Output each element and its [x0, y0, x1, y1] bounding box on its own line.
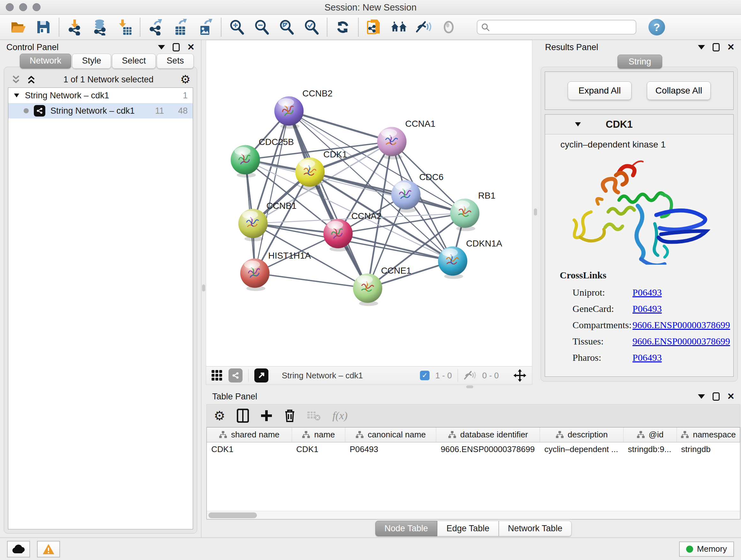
panel-menu-icon[interactable] — [158, 45, 165, 50]
close-window-button[interactable] — [6, 3, 14, 11]
node-CCNE1[interactable]: CCNE1 — [353, 266, 411, 306]
tree-expand-icon[interactable] — [13, 93, 20, 98]
collapse-all-icon[interactable] — [10, 74, 21, 85]
cloud-button[interactable] — [7, 541, 30, 557]
table-cell[interactable]: P06493 — [345, 442, 436, 456]
crosslink-link[interactable]: P06493 — [632, 352, 662, 363]
column-header-@id[interactable]: @id — [623, 428, 677, 442]
export-image-icon[interactable] — [197, 19, 214, 36]
hidden-items-icon[interactable] — [464, 370, 476, 381]
node-CDKN1A[interactable]: CDKN1A — [438, 239, 502, 279]
eye-icon[interactable] — [441, 19, 457, 36]
birdseye-grid-icon[interactable] — [211, 370, 223, 381]
fit-selection-icon[interactable] — [513, 368, 527, 382]
save-session-icon[interactable] — [35, 19, 52, 36]
zoom-out-icon[interactable] — [253, 19, 270, 36]
float-panel-icon[interactable] — [173, 43, 180, 51]
function-builder-icon[interactable]: f(x) — [333, 410, 347, 422]
splitter-handle[interactable] — [202, 285, 205, 292]
table-row[interactable]: CDK1CDK1P064939606.ENSP00000378699cyclin… — [207, 442, 740, 456]
zoom-selected-icon[interactable] — [303, 19, 320, 36]
delete-column-icon[interactable] — [284, 409, 295, 423]
warnings-button[interactable] — [37, 541, 60, 557]
network-collection-row[interactable]: String Network – cdk1 1 — [8, 88, 193, 103]
hide-glasses-icon[interactable] — [415, 19, 432, 36]
search-input[interactable] — [493, 22, 632, 32]
import-network-from-database-icon[interactable] — [91, 19, 108, 36]
crosslink-link[interactable]: P06493 — [632, 287, 662, 298]
collapse-all-button[interactable]: Collapse All — [647, 81, 711, 100]
table-cell[interactable]: CDK1 — [207, 442, 292, 456]
edge-CCNB2-CCNA1[interactable] — [289, 111, 392, 142]
node-CCNB2[interactable]: CCNB2 — [274, 88, 333, 129]
tab-network-table[interactable]: Network Table — [499, 521, 572, 537]
import-network-icon[interactable] — [66, 19, 83, 36]
zoom-fit-icon[interactable] — [278, 19, 295, 36]
expand-all-icon[interactable] — [26, 74, 37, 85]
selected-nodes-checkbox[interactable]: ✓ — [420, 371, 429, 380]
export-network-icon[interactable] — [147, 19, 164, 36]
panel-menu-icon[interactable] — [698, 394, 705, 399]
network-canvas[interactable]: CCNB2CCNA1CDC25BCDK1CDC6RB1CCNB1CCNA2CDK… — [206, 40, 532, 366]
network-row[interactable]: String Network – cdk1 11 48 — [8, 103, 193, 118]
tab-select[interactable]: Select — [112, 54, 156, 69]
home-networks-icon[interactable] — [391, 19, 407, 36]
network-badge-icon[interactable] — [228, 368, 243, 382]
node-RB1[interactable]: RB1 — [450, 191, 495, 231]
open-session-icon[interactable] — [10, 19, 27, 36]
expand-all-button[interactable]: Expand All — [568, 81, 631, 100]
search-field[interactable] — [477, 20, 636, 35]
tab-string[interactable]: String — [617, 55, 663, 69]
table-cell[interactable]: 9606.ENSP00000378699 — [436, 442, 540, 456]
table-cell[interactable]: stringdb — [677, 442, 740, 456]
gear-icon[interactable]: ⚙ — [180, 73, 191, 86]
zoom-in-icon[interactable] — [228, 19, 245, 36]
open-in-window-icon[interactable] — [254, 368, 268, 382]
zoom-window-button[interactable] — [32, 3, 41, 11]
import-table-icon[interactable] — [116, 19, 133, 36]
tab-node-table[interactable]: Node Table — [375, 521, 437, 537]
collapse-section-icon[interactable] — [575, 122, 582, 127]
crosslink-link[interactable]: 9606.ENSP00000378699 — [632, 336, 730, 347]
table-cell[interactable]: cyclin–dependent ... — [540, 442, 623, 456]
close-panel-icon[interactable]: ✕ — [727, 43, 735, 52]
copy-style-icon[interactable] — [366, 19, 382, 36]
column-header-description[interactable]: description — [540, 428, 623, 442]
column-header-shared-name[interactable]: shared name — [207, 428, 292, 442]
close-panel-icon[interactable]: ✕ — [187, 43, 195, 52]
table-cell[interactable]: CDK1 — [292, 442, 345, 456]
panel-menu-icon[interactable] — [698, 45, 705, 50]
splitter-handle[interactable] — [466, 385, 473, 388]
close-panel-icon[interactable]: ✕ — [727, 392, 735, 401]
edge-CCNB2-CCNE1[interactable] — [289, 111, 367, 288]
help-button[interactable]: ? — [649, 19, 665, 36]
float-panel-icon[interactable] — [713, 392, 720, 401]
gene-section-header[interactable]: CDK1 — [545, 115, 733, 134]
edge-CCNB2-HIST1H1A[interactable] — [255, 111, 289, 273]
delete-table-icon[interactable] — [307, 410, 321, 421]
minimize-window-button[interactable] — [19, 3, 27, 11]
edge-HIST1H1A-CCNE1[interactable] — [255, 273, 367, 288]
table-hscrollbar[interactable] — [207, 511, 740, 519]
node-CCNA1[interactable]: CCNA1 — [377, 119, 435, 159]
node-CCNB1[interactable]: CCNB1 — [239, 201, 297, 241]
table-settings-gear-icon[interactable]: ⚙ — [214, 408, 225, 423]
column-header-namespace[interactable]: namespace — [677, 428, 740, 442]
column-header-name[interactable]: name — [292, 428, 345, 442]
column-header-database-identifier[interactable]: database identifier — [436, 428, 540, 442]
node-HIST1H1A[interactable]: HIST1H1A — [240, 251, 311, 291]
float-panel-icon[interactable] — [713, 43, 720, 51]
show-columns-icon[interactable] — [237, 409, 249, 423]
column-header-canonical-name[interactable]: canonical name — [345, 428, 436, 442]
tab-style[interactable]: Style — [72, 54, 111, 69]
scrollbar-thumb[interactable] — [208, 512, 257, 518]
crosslink-link[interactable]: 9606.ENSP00000378699 — [632, 320, 730, 330]
crosslink-link[interactable]: P06493 — [632, 303, 662, 314]
memory-button[interactable]: Memory — [679, 542, 734, 557]
refresh-icon[interactable] — [334, 19, 351, 36]
tab-sets[interactable]: Sets — [157, 54, 194, 69]
add-column-icon[interactable] — [260, 410, 273, 422]
export-table-icon[interactable] — [172, 19, 189, 36]
splitter-handle[interactable] — [534, 208, 537, 215]
tab-network[interactable]: Network — [20, 54, 71, 69]
